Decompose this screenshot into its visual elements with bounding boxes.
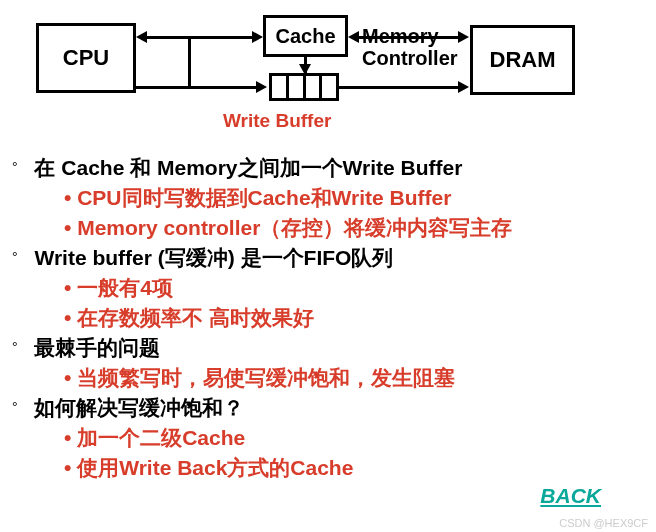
- bullet-marker: °: [12, 339, 30, 355]
- sub-bullet: 当频繁写时，易使写缓冲饱和，发生阻塞: [64, 364, 648, 392]
- sub-bullet: 在存数频率不 高时效果好: [64, 304, 648, 332]
- memory-controller-line2: Controller: [362, 47, 458, 69]
- cpu-box: CPU: [36, 23, 136, 93]
- sub-bullet: Memory controller（存控）将缓冲内容写主存: [64, 214, 648, 242]
- bullet-main: 在 Cache 和 Memory之间加一个Write Buffer: [34, 156, 462, 179]
- bullet-marker: °: [12, 159, 30, 175]
- memory-controller-label: Memory Controller: [362, 25, 458, 69]
- sub-bullet: 加一个二级Cache: [64, 424, 648, 452]
- write-buffer-label: Write Buffer: [223, 110, 331, 132]
- bullet-marker: °: [12, 399, 30, 415]
- bullet-main: 如何解决写缓冲饱和？: [34, 396, 244, 419]
- write-buffer-box: [269, 73, 339, 101]
- bullet-marker: °: [12, 249, 30, 265]
- sub-bullet: 一般有4项: [64, 274, 648, 302]
- memory-hierarchy-diagram: CPU Cache DRAM Memory Controller Write B…: [18, 8, 638, 148]
- dram-box: DRAM: [470, 25, 575, 95]
- content-list: ° 在 Cache 和 Memory之间加一个Write Buffer CPU同…: [12, 154, 648, 482]
- sub-bullet: CPU同时写数据到Cache和Write Buffer: [64, 184, 648, 212]
- cache-box: Cache: [263, 15, 348, 57]
- bullet-main: 最棘手的问题: [34, 336, 160, 359]
- watermark: CSDN @HEX9CF: [559, 517, 648, 529]
- sub-bullet: 使用Write Back方式的Cache: [64, 454, 648, 482]
- bullet-main: Write buffer (写缓冲) 是一个FIFO队列: [34, 246, 393, 269]
- back-link[interactable]: BACK: [540, 484, 601, 508]
